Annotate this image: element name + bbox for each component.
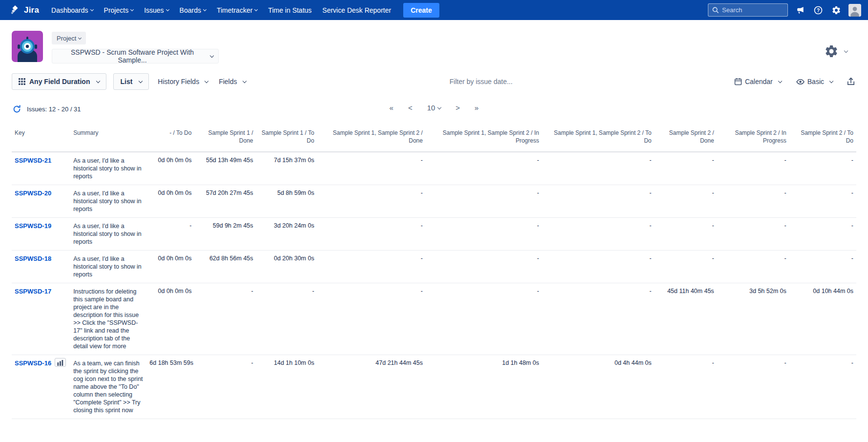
project-select-dropdown[interactable]: SSPWSD - Scrum Software Project With Sam…: [52, 49, 219, 63]
gear-icon: [831, 5, 841, 15]
first-page-button[interactable]: «: [386, 102, 397, 114]
settings-button[interactable]: [830, 4, 842, 16]
col-header-summary[interactable]: Summary: [70, 129, 146, 152]
issue-key-link[interactable]: SSPWSD-17: [15, 288, 51, 295]
basic-label: Basic: [807, 78, 824, 85]
nav-time-in-status[interactable]: Time in Status: [263, 0, 317, 20]
svg-text:?: ?: [817, 7, 820, 13]
megaphone-icon: [795, 5, 805, 15]
nav-timetracker[interactable]: Timetracker: [211, 0, 263, 20]
refresh-button[interactable]: [12, 104, 22, 114]
project-type-dropdown[interactable]: Project: [52, 32, 86, 44]
report-settings-button[interactable]: [821, 43, 850, 59]
duration-cell: 45d 11h 40m 45s: [654, 283, 717, 355]
duration-cell: -: [426, 185, 542, 218]
export-button[interactable]: [846, 76, 856, 87]
col-header-s1s2-inprogress[interactable]: Sample Sprint 1, Sample Sprint 2 / In Pr…: [426, 129, 542, 152]
field-duration-dropdown[interactable]: Any Field Duration: [12, 73, 106, 90]
project-avatar[interactable]: [12, 31, 43, 62]
duration-value: 57d 20h 27m 45s: [206, 189, 253, 196]
issue-key-link[interactable]: SSPWSD-20: [15, 189, 51, 197]
announcements-button[interactable]: [794, 4, 806, 16]
help-button[interactable]: ?: [812, 4, 824, 16]
nav-projects-label: Projects: [104, 6, 129, 14]
duration-cell: 0d 0h 0m 0s: [146, 185, 194, 218]
col-header-s1-todo[interactable]: Sample Sprint 1 / To Do: [256, 129, 317, 152]
prev-page-button[interactable]: <: [404, 102, 416, 114]
issue-summary-cell: As a user, I'd like a historical story t…: [70, 185, 146, 218]
duration-cell: -: [317, 218, 426, 251]
issue-summary: As a user, I'd like a historical story t…: [73, 157, 144, 180]
col-header-s1s2-todo[interactable]: Sample Sprint 1, Sample Sprint 2 / To Do: [542, 129, 654, 152]
calendar-dropdown[interactable]: Calendar: [732, 73, 784, 90]
toolbar: Any Field Duration List History Fields F…: [0, 63, 868, 90]
nav-dashboards-label: Dashboards: [51, 6, 88, 14]
duration-cell: -: [789, 251, 856, 283]
duration-cell: 3d 20h 24m 0s: [256, 218, 317, 251]
field-duration-label: Any Field Duration: [29, 78, 90, 85]
col-header-none-todo[interactable]: - / To Do: [146, 129, 194, 152]
basic-view-dropdown[interactable]: Basic: [794, 73, 835, 90]
issue-key-cell: SSPWSD-16: [12, 355, 70, 419]
duration-cell: -: [789, 185, 856, 218]
nav-service-desk-reporter[interactable]: Service Desk Reporter: [317, 0, 396, 20]
duration-value: -: [251, 288, 253, 295]
page-size-dropdown[interactable]: 10: [423, 102, 445, 114]
issue-row: SSPWSD-18As a user, I'd like a historica…: [12, 251, 856, 283]
page-size-value: 10: [427, 104, 435, 112]
history-fields-label: History Fields: [158, 78, 199, 85]
duration-value: 6d 18h 53m 59s: [149, 359, 193, 366]
duration-cell: 1d 1h 48m 0s: [426, 355, 542, 419]
duration-cell: -: [426, 251, 542, 283]
nav-issues[interactable]: Issues: [139, 0, 174, 20]
history-fields-dropdown[interactable]: History Fields: [156, 73, 210, 90]
nav-boards[interactable]: Boards: [174, 0, 211, 20]
duration-value: -: [649, 255, 651, 262]
duration-cell: -: [317, 152, 426, 185]
chevron-down-icon: [90, 8, 94, 11]
col-header-s1s2-done[interactable]: Sample Sprint 1, Sample Sprint 2 / Done: [317, 129, 426, 152]
chevron-down-icon: [166, 8, 169, 11]
issue-row: SSPWSD-21As a user, I'd like a historica…: [12, 152, 856, 185]
duration-cell: -: [426, 152, 542, 185]
nav-dashboards[interactable]: Dashboards: [46, 0, 99, 20]
issue-row: SSPWSD-16As a team, we can finish the sp…: [12, 355, 856, 419]
create-button[interactable]: Create: [403, 3, 439, 18]
filter-date-input[interactable]: [449, 77, 532, 86]
nav-projects[interactable]: Projects: [99, 0, 139, 20]
duration-value: -: [189, 222, 191, 229]
jira-logo[interactable]: Jira: [7, 5, 46, 16]
fields-label: Fields: [219, 78, 237, 85]
search-input[interactable]: [708, 3, 788, 17]
issue-key-link[interactable]: SSPWSD-21: [15, 157, 51, 164]
duration-value: -: [851, 189, 853, 196]
duration-value: -: [312, 288, 314, 295]
duration-cell: 0d 0h 0m 0s: [146, 152, 194, 185]
row-chart-button[interactable]: [55, 358, 66, 367]
col-header-s2-inprogress[interactable]: Sample Sprint 2 / In Progress: [717, 129, 789, 152]
next-page-button[interactable]: >: [452, 102, 464, 114]
issue-key-link[interactable]: SSPWSD-19: [15, 222, 51, 230]
toolbar-right: Calendar Basic: [732, 73, 856, 90]
col-header-s2-done[interactable]: Sample Sprint 2 / Done: [654, 129, 717, 152]
user-avatar[interactable]: [848, 4, 861, 17]
eye-icon: [796, 78, 805, 86]
duration-value: -: [712, 189, 714, 196]
nav-time-in-status-label: Time in Status: [268, 6, 311, 14]
issue-key-link[interactable]: SSPWSD-16: [15, 359, 51, 367]
fields-dropdown[interactable]: Fields: [217, 73, 248, 90]
col-header-key[interactable]: Key: [12, 129, 70, 152]
last-page-button[interactable]: »: [471, 102, 482, 114]
issue-key-link[interactable]: SSPWSD-18: [15, 255, 51, 262]
col-header-s2-todo[interactable]: Sample Sprint 2 / To Do: [789, 129, 856, 152]
duration-cell: 0d 0h 0m 0s: [146, 283, 194, 355]
col-header-s1-done[interactable]: Sample Sprint 1 / Done: [194, 129, 256, 152]
duration-cell: -: [717, 355, 789, 419]
view-dropdown[interactable]: List: [113, 73, 149, 90]
duration-value: -: [712, 255, 714, 262]
chevron-down-icon: [210, 54, 214, 58]
duration-value: -: [537, 189, 539, 196]
duration-cell: 6d 18h 53m 59s: [146, 355, 194, 419]
duration-value: 0d 4h 44m 0s: [615, 359, 652, 366]
duration-cell: -: [317, 283, 426, 355]
